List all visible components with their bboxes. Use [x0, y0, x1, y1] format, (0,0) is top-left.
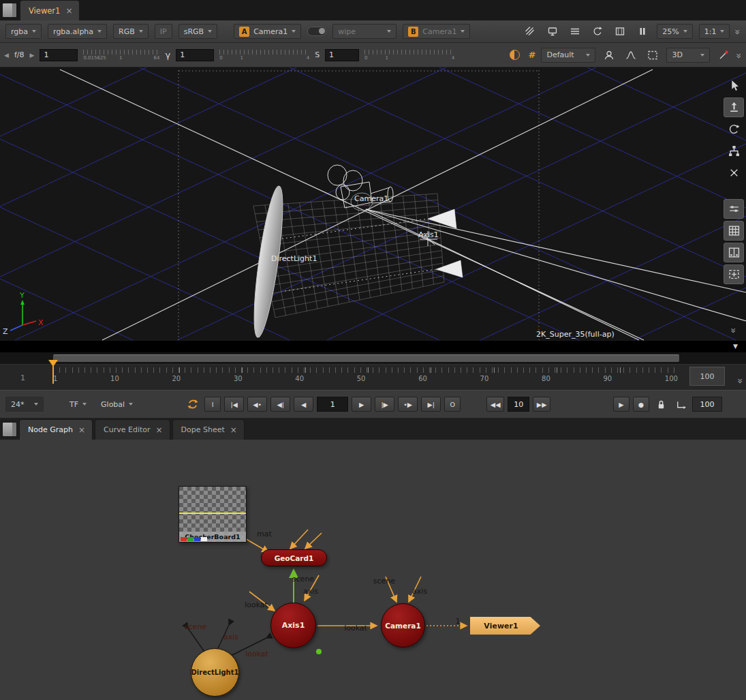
- gain-slider[interactable]: 0.015625 1 64: [83, 48, 159, 63]
- input-a-dropdown[interactable]: A Camera1: [234, 24, 301, 39]
- timeline-range-scrollbar[interactable]: [0, 352, 746, 364]
- pixel-aspect-dropdown[interactable]: 1:1: [699, 24, 730, 39]
- wipe-pattern-icon[interactable]: [522, 24, 538, 39]
- info-bar-collapse-icon[interactable]: ▼: [733, 343, 738, 350]
- scene-lighting-icon[interactable]: [507, 48, 523, 63]
- next-fstop-icon[interactable]: ▶: [30, 52, 35, 59]
- input-process-button[interactable]: IP: [155, 24, 172, 39]
- next-keyframe-button[interactable]: •▶: [398, 397, 418, 412]
- jump-forward-button[interactable]: ▶▶: [533, 397, 550, 412]
- step-back-button[interactable]: ◀|: [270, 397, 290, 412]
- scanline-mode-icon[interactable]: [567, 24, 583, 39]
- node-directlight1[interactable]: DirectLight1: [191, 648, 239, 697]
- set-out-button[interactable]: O: [444, 397, 461, 412]
- grid-overlay-icon[interactable]: #: [529, 50, 536, 60]
- loop-mode-icon[interactable]: [185, 397, 201, 412]
- step-forward-button[interactable]: |▶: [375, 397, 394, 412]
- render-button[interactable]: ●: [633, 397, 649, 412]
- axis-x-label: X: [38, 318, 44, 327]
- translate-tool-button[interactable]: [724, 97, 744, 117]
- tab-viewer1[interactable]: Viewer1 ×: [20, 0, 80, 20]
- goto-start-button[interactable]: |◀: [224, 397, 244, 412]
- timeline-filter-dropdown[interactable]: TF: [64, 397, 92, 412]
- frame-layout-button[interactable]: [724, 264, 744, 284]
- input-b-dropdown[interactable]: B Camera1: [403, 24, 470, 39]
- marquee-select-icon[interactable]: [644, 48, 661, 63]
- playhead-line[interactable]: [52, 366, 54, 384]
- node-checkerboard1[interactable]: CheckerBoard1: [178, 486, 247, 543]
- toolbar2-collapse-chevron[interactable]: »: [734, 52, 745, 57]
- alpha-channel-dropdown[interactable]: rgba.alpha: [48, 24, 107, 39]
- timeline-ruler[interactable]: 110 2030 4050 6070 8090 100 1 100 »: [0, 364, 746, 390]
- toolbar1-collapse-chevron[interactable]: »: [733, 29, 744, 34]
- current-frame-field[interactable]: 1: [317, 397, 348, 412]
- gate-display-icon[interactable]: [612, 24, 628, 39]
- jump-back-button[interactable]: ◀◀: [486, 397, 504, 412]
- viewer-3d-viewport[interactable]: Camera1 Axis1 DirectLight1 2K_Super_35(f…: [0, 67, 746, 341]
- node-camera1[interactable]: Camera1: [381, 603, 425, 648]
- hierarchy-tool-button[interactable]: [724, 141, 744, 161]
- view-mode-dropdown[interactable]: 3D: [666, 48, 710, 63]
- monitor-output-icon[interactable]: [544, 24, 561, 39]
- ruler-collapse-chevron[interactable]: »: [736, 378, 746, 383]
- prev-keyframe-button[interactable]: ◀•: [247, 397, 267, 412]
- panel-menu-icon-2[interactable]: [2, 422, 17, 437]
- snap-tool-button[interactable]: [724, 163, 744, 183]
- lock-range-icon[interactable]: [653, 397, 669, 412]
- channel-layer-dropdown[interactable]: rgba: [5, 24, 42, 39]
- pause-icon[interactable]: [634, 24, 651, 39]
- refresh-icon[interactable]: [589, 24, 606, 39]
- range-scrollbar-handle[interactable]: [53, 354, 679, 362]
- node-axis1[interactable]: Axis1: [270, 603, 316, 648]
- lut-dropdown[interactable]: Default: [541, 48, 595, 63]
- flipbook-button[interactable]: ▶: [613, 397, 630, 412]
- camera-wireframe[interactable]: [328, 165, 393, 211]
- saturation-symbol: S: [315, 50, 320, 59]
- gamma-slider[interactable]: 0 1 4: [219, 48, 309, 63]
- close-icon[interactable]: ×: [230, 425, 237, 435]
- play-forward-button[interactable]: ▶: [352, 397, 371, 412]
- zoom-level-dropdown[interactable]: 25%: [657, 24, 692, 39]
- panel-menu-icon[interactable]: [2, 3, 17, 18]
- wipe-mode-dropdown[interactable]: wipe: [332, 24, 397, 39]
- saturation-field[interactable]: 1: [325, 49, 359, 61]
- goto-end-button[interactable]: ▶|: [421, 397, 441, 412]
- gain-field[interactable]: 1: [40, 49, 78, 61]
- play-backward-button[interactable]: ◀: [294, 397, 313, 412]
- playback-range-field[interactable]: 100: [692, 397, 722, 412]
- ab-blend-toggle[interactable]: [307, 27, 326, 36]
- curve-profile-icon[interactable]: [623, 48, 639, 63]
- frame-range-corner-icon[interactable]: [672, 397, 689, 412]
- viewport-collapse-chevron[interactable]: »: [729, 328, 740, 333]
- close-icon[interactable]: ×: [78, 425, 85, 435]
- node-geocard1[interactable]: GeoCard1: [261, 549, 327, 566]
- close-icon[interactable]: ×: [65, 6, 72, 16]
- frame-range-mode-dropdown[interactable]: Global: [95, 397, 138, 412]
- colorspace-dropdown[interactable]: sRGB: [178, 24, 217, 39]
- display-channels-dropdown[interactable]: RGB: [113, 24, 149, 39]
- axis-z-label: Z: [3, 327, 8, 336]
- tab-curve-editor[interactable]: Curve Editor ×: [95, 419, 170, 440]
- range-out-box[interactable]: 100: [689, 367, 725, 386]
- camera-frustum-lines: [60, 70, 746, 340]
- wand-icon[interactable]: [715, 48, 732, 63]
- saturation-slider[interactable]: 0 1 4: [364, 48, 454, 63]
- set-in-button[interactable]: I: [204, 397, 221, 412]
- jump-increment-field[interactable]: 10: [508, 397, 529, 412]
- rotate-tool-button[interactable]: [724, 119, 744, 139]
- headlamp-icon[interactable]: [601, 48, 617, 63]
- conn-label-cam-lookat: lookat: [344, 624, 367, 633]
- gamma-field[interactable]: 1: [176, 49, 214, 61]
- node-graph-canvas[interactable]: mat scene axis lookat scene axis lookat …: [0, 440, 746, 700]
- tab-dope-sheet[interactable]: Dope Sheet ×: [172, 419, 245, 440]
- fps-dropdown[interactable]: 24*: [5, 397, 44, 412]
- conn-label-light-axis: axis: [223, 633, 238, 641]
- node-viewer1[interactable]: Viewer1: [470, 617, 540, 635]
- close-icon[interactable]: ×: [156, 425, 163, 435]
- select-tool-button[interactable]: [724, 76, 744, 95]
- tab-node-graph[interactable]: Node Graph ×: [19, 419, 93, 440]
- prev-fstop-icon[interactable]: ◀: [4, 52, 9, 59]
- grid-layout-button[interactable]: [724, 221, 744, 241]
- split-layout-button[interactable]: [724, 243, 744, 262]
- handles-display-button[interactable]: [724, 199, 744, 219]
